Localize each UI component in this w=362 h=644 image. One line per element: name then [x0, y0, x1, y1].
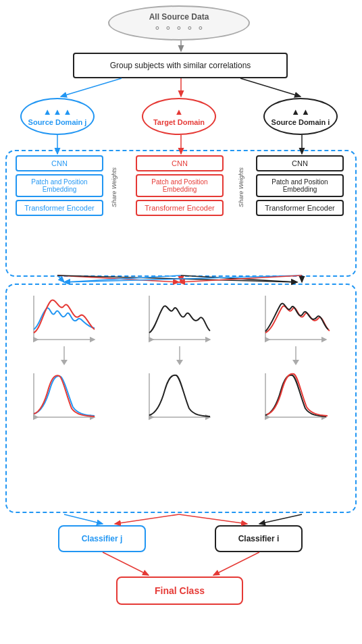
all-source-ellipse: All Source Data ⚬ ⚬ ⚬ ⚬ ⚬: [108, 5, 250, 41]
domain-i-label: Source Domain i: [272, 118, 330, 126]
domain-i-people: ▲ ▲: [291, 107, 310, 117]
final-class-label: Final Class: [155, 585, 205, 596]
dist-col-3: [242, 289, 350, 424]
all-source-label: All Source Data: [149, 12, 209, 22]
person-icon-2: ⚬: [164, 23, 172, 34]
encoder-col-target: CNN Patch and Position Embedding Transfo…: [132, 155, 227, 216]
cnn-box-j: CNN: [16, 155, 103, 171]
down-arrow-1: [57, 346, 71, 367]
down-arrow-3: [289, 346, 303, 367]
encoder-col-j: CNN Patch and Position Embedding Transfo…: [12, 155, 107, 216]
target-domain-ellipse: ▲ Target Domain: [142, 98, 216, 135]
domain-j-person-1: ▲: [43, 107, 52, 117]
cnn-box-i: CNN: [256, 155, 344, 171]
classifier-i-box: Classifier i: [215, 525, 303, 552]
group-subjects-label: Group subjects with similar correlations: [110, 61, 251, 70]
dist-col-1: [10, 289, 118, 424]
svg-marker-9: [176, 360, 183, 365]
classifier-j-label: Classifier j: [82, 534, 123, 543]
person-icon-3: ⚬: [175, 23, 183, 34]
domain-target-person-1: ▲: [175, 107, 184, 117]
transformer-box-target: Transformer Encoder: [136, 200, 224, 216]
source-domain-i-ellipse: ▲ ▲ Source Domain i: [263, 98, 338, 135]
transformer-box-j: Transformer Encoder: [16, 200, 103, 216]
cnn-box-target: CNN: [136, 155, 224, 171]
person-icon-5: ⚬: [197, 23, 205, 34]
dist-plot-1-top: [20, 289, 108, 346]
domain-j-person-3: ▲: [63, 107, 72, 117]
dist-plot-3-bottom: [252, 367, 340, 424]
domain-target-people: ▲: [175, 107, 184, 117]
dist-plot-2-top: [136, 289, 224, 346]
domain-i-person-2: ▲: [301, 107, 310, 117]
svg-marker-15: [292, 360, 299, 365]
svg-line-26: [64, 514, 103, 524]
dist-plot-2-bottom: [136, 367, 224, 424]
domain-j-people: ▲ ▲ ▲: [43, 107, 72, 117]
share-weights-left: Share Weights: [111, 167, 118, 207]
dist-plot-1-bottom: [20, 367, 108, 424]
share-weights-right: Share Weights: [238, 167, 244, 207]
diagram: All Source Data ⚬ ⚬ ⚬ ⚬ ⚬ Group subjects…: [0, 0, 362, 644]
down-arrow-2: [173, 346, 186, 367]
dist-col-2: [126, 289, 234, 424]
source-domain-j-ellipse: ▲ ▲ ▲ Source Domain j: [20, 98, 95, 135]
embedding-box-i: Patch and Position Embedding: [256, 174, 344, 197]
svg-line-27: [259, 514, 302, 524]
domain-i-person-1: ▲: [291, 107, 300, 117]
embedding-box-j: Patch and Position Embedding: [16, 174, 103, 197]
dist-plot-3-top: [252, 289, 340, 346]
transformer-box-i: Transformer Encoder: [256, 200, 344, 216]
svg-marker-3: [61, 360, 68, 365]
classifier-j-box: Classifier j: [58, 525, 146, 552]
classifier-i-label: Classifier i: [238, 534, 280, 543]
final-class-box: Final Class: [116, 576, 243, 605]
embedding-box-target: Patch and Position Embedding: [136, 174, 224, 197]
person-icon-1: ⚬: [153, 23, 161, 34]
target-domain-label: Target Domain: [153, 118, 205, 126]
domain-j-person-2: ▲: [53, 107, 62, 117]
encoder-col-i: CNN Patch and Position Embedding Transfo…: [253, 155, 347, 216]
person-icon-4: ⚬: [186, 23, 194, 34]
people-icons: ⚬ ⚬ ⚬ ⚬ ⚬: [153, 23, 205, 34]
domain-j-label: Source Domain j: [28, 118, 87, 126]
group-subjects-box: Group subjects with similar correlations: [73, 53, 288, 78]
